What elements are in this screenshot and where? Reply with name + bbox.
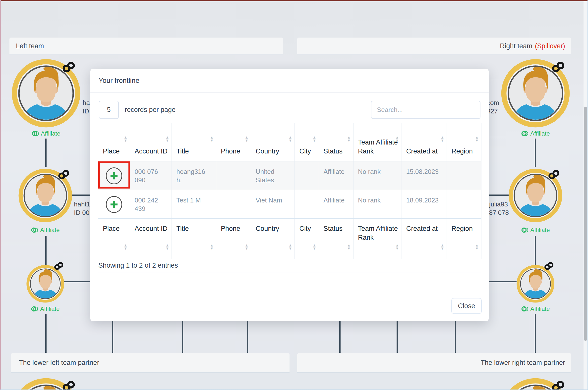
- footer-column-city[interactable]: City▲▼: [295, 219, 319, 259]
- footer-column-created-at[interactable]: Created at▲▼: [402, 219, 447, 259]
- page-border-top: [0, 0, 588, 1]
- sort-icon: ▲▼: [166, 136, 169, 142]
- footer-column-account-id[interactable]: Account ID▲▼: [130, 219, 172, 259]
- column-header-title[interactable]: Title▲▼: [172, 123, 216, 161]
- column-header-region[interactable]: Region▲▼: [447, 123, 481, 161]
- sort-icon: ▲▼: [395, 244, 399, 250]
- column-label: Created at: [406, 147, 438, 155]
- place-cell: [98, 190, 130, 219]
- footer-column-region[interactable]: Region▲▼: [447, 219, 481, 259]
- status-cell: Affiliate: [319, 190, 353, 219]
- footer-column-phone[interactable]: Phone▲▼: [216, 219, 251, 259]
- title-cell: Test 1 M: [172, 190, 216, 219]
- sort-icon: ▲▼: [347, 136, 351, 142]
- page-canvas: Left team Right team (Spillover) hal ID …: [0, 0, 588, 390]
- column-label: Account ID: [135, 225, 168, 232]
- footer-column-country[interactable]: Country▲▼: [251, 219, 295, 259]
- sort-icon: ▲▼: [395, 136, 399, 142]
- place-cell-highlighted: [98, 161, 130, 190]
- sort-icon: ▲▼: [166, 244, 169, 250]
- footer-column-title[interactable]: Title▲▼: [172, 219, 216, 259]
- footer-column-status[interactable]: Status▲▼: [319, 219, 353, 259]
- frontline-table: Place▲▼ Account ID▲▼ Title▲▼ Phone▲▼ Cou…: [98, 123, 481, 259]
- column-header-phone[interactable]: Phone▲▼: [216, 123, 251, 161]
- column-label: Country: [256, 147, 279, 155]
- column-header-status[interactable]: Status▲▼: [319, 123, 353, 161]
- frontline-modal: Your frontline records per page Place▲▼ …: [90, 69, 489, 321]
- column-header-country[interactable]: Country▲▼: [251, 123, 295, 161]
- column-label: Status: [323, 225, 343, 232]
- scrollbar[interactable]: [584, 0, 588, 390]
- column-label: Title: [176, 147, 189, 155]
- city-cell: [295, 161, 319, 190]
- sort-icon: ▲▼: [245, 136, 248, 142]
- modal-footer-divider: [98, 273, 481, 273]
- sort-icon: ▲▼: [347, 244, 351, 250]
- column-header-account-id[interactable]: Account ID▲▼: [130, 123, 172, 161]
- column-label: Place: [103, 147, 120, 155]
- sort-icon: ▲▼: [210, 136, 214, 142]
- status-cell: Affiliate: [319, 161, 353, 190]
- sort-icon: ▲▼: [289, 136, 292, 142]
- column-label: Status: [323, 147, 343, 155]
- created-at-cell: 15.08.2023: [402, 161, 447, 190]
- city-cell: [295, 190, 319, 219]
- account-id-cell: 000 242 439: [130, 190, 172, 219]
- close-button[interactable]: Close: [451, 298, 482, 314]
- modal-header: Your frontline: [90, 69, 489, 93]
- column-label: Region: [451, 225, 473, 232]
- column-label: Title: [176, 225, 189, 232]
- table-header-row: Place▲▼ Account ID▲▼ Title▲▼ Phone▲▼ Cou…: [98, 123, 481, 161]
- created-at-cell: 18.09.2023: [402, 190, 447, 219]
- country-cell: United States: [251, 161, 295, 190]
- entries-summary: Showing 1 to 2 of 2 entries: [98, 262, 178, 269]
- sort-icon: ▲▼: [289, 244, 292, 250]
- footer-column-place[interactable]: Place▲▼: [98, 219, 130, 259]
- plus-icon: [109, 171, 119, 181]
- sort-icon: ▲▼: [210, 244, 214, 250]
- sort-icon: ▲▼: [245, 244, 248, 250]
- column-label: Region: [451, 147, 473, 155]
- column-header-team-affiliate-rank[interactable]: Team Affiliate Rank▲▼: [353, 123, 402, 161]
- sort-icon: ▲▼: [124, 244, 127, 250]
- region-cell: [447, 161, 481, 190]
- account-id-cell: 000 076 090: [130, 161, 172, 190]
- search-input[interactable]: [371, 101, 480, 119]
- table-footer-row: Place▲▼ Account ID▲▼ Title▲▼ Phone▲▼ Cou…: [98, 219, 481, 259]
- column-label: Place: [103, 225, 120, 232]
- footer-column-team-affiliate-rank[interactable]: Team Affiliate Rank▲▼: [353, 219, 402, 259]
- sort-icon: ▲▼: [441, 136, 444, 142]
- column-header-created-at[interactable]: Created at▲▼: [402, 123, 447, 161]
- table-row: 000 242 439 Test 1 M Viet Nam Affiliate …: [98, 190, 481, 219]
- sort-icon: ▲▼: [313, 244, 316, 250]
- column-header-place[interactable]: Place▲▼: [98, 123, 130, 161]
- records-per-page-input[interactable]: [99, 101, 119, 119]
- add-place-button[interactable]: [106, 167, 122, 184]
- phone-cell: [216, 161, 251, 190]
- column-label: City: [299, 225, 311, 232]
- plus-icon: [109, 199, 119, 209]
- column-label: Country: [256, 225, 279, 232]
- page-border-left: [0, 0, 1, 390]
- team-affiliate-rank-cell: No rank: [353, 190, 402, 219]
- team-affiliate-rank-cell: No rank: [353, 161, 402, 190]
- table-row: 000 076 090 hoang316 h. United States Af…: [98, 161, 481, 190]
- records-per-page-label: records per page: [125, 101, 176, 119]
- column-label: City: [299, 147, 311, 155]
- column-header-city[interactable]: City▲▼: [295, 123, 319, 161]
- region-cell: [447, 190, 481, 219]
- scrollbar-thumb[interactable]: [584, 107, 587, 341]
- sort-icon: ▲▼: [124, 136, 127, 142]
- modal-title: Your frontline: [99, 77, 139, 85]
- sort-icon: ▲▼: [475, 244, 479, 250]
- country-cell: Viet Nam: [251, 190, 295, 219]
- phone-cell: [216, 190, 251, 219]
- add-place-button[interactable]: [106, 196, 122, 213]
- column-label: Created at: [406, 225, 438, 232]
- sort-icon: ▲▼: [313, 136, 316, 142]
- sort-icon: ▲▼: [475, 136, 479, 142]
- column-label: Team Affiliate Rank: [358, 139, 398, 155]
- column-label: Phone: [221, 147, 240, 155]
- sort-icon: ▲▼: [441, 244, 444, 250]
- column-label: Team Affiliate Rank: [358, 225, 398, 241]
